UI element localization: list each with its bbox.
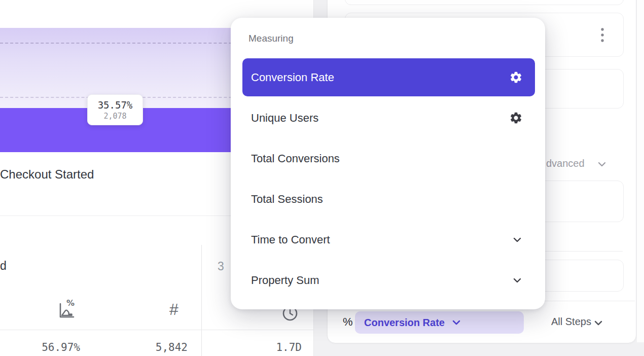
chevron-down-icon: [451, 317, 462, 328]
table-cell-conversion-rate: 56.97%: [19, 341, 80, 353]
kebab-menu-button[interactable]: [597, 24, 607, 46]
chevron-down-icon: [512, 235, 523, 245]
tooltip-count: 2,078: [103, 112, 126, 121]
app-screenshot: 35.57% 2,078 Checkout Started d 3 % #: [0, 0, 644, 356]
menu-item-label: Time to Convert: [251, 233, 512, 246]
tooltip-rate: 35.57%: [98, 99, 133, 111]
dropdown-title: Measuring: [248, 33, 294, 44]
page-margin: [637, 0, 644, 342]
chevron-down-icon: [596, 159, 607, 169]
query-row-card-top: [345, 0, 624, 5]
step2-label-fragment: d: [0, 259, 7, 273]
funnel-tooltip: 35.57% 2,078: [87, 94, 143, 125]
menu-item-property-sum[interactable]: Property Sum: [242, 261, 535, 299]
gear-icon[interactable]: [509, 111, 523, 125]
chevron-down-icon: [592, 317, 604, 329]
measuring-dropdown: Measuring Conversion Rate Unique Users T…: [231, 18, 545, 309]
menu-item-label: Unique Users: [251, 112, 509, 125]
menu-item-time-to-convert[interactable]: Time to Convert: [242, 221, 535, 259]
svg-text:%: %: [66, 298, 75, 308]
step3-number: 3: [218, 260, 224, 273]
table-column-divider: [201, 245, 202, 356]
advanced-toggle[interactable]: dvanced: [546, 158, 585, 169]
gear-icon[interactable]: [509, 70, 523, 84]
number-icon: #: [169, 300, 178, 319]
menu-item-label: Property Sum: [251, 274, 512, 287]
table-header-underline: [0, 330, 313, 330]
table-cell-count: 5,842: [127, 341, 188, 353]
menu-item-total-conversions[interactable]: Total Conversions: [242, 139, 535, 177]
table-cell-time-to-convert: 1.7D: [243, 341, 302, 353]
menu-item-unique-users[interactable]: Unique Users: [242, 99, 535, 137]
conversion-rate-icon: %: [55, 298, 77, 321]
measurement-pill-label: Conversion Rate: [364, 317, 445, 329]
menu-item-conversion-rate[interactable]: Conversion Rate: [242, 58, 535, 96]
measurement-pill-button[interactable]: Conversion Rate: [355, 311, 524, 334]
menu-item-label: Total Conversions: [251, 152, 535, 165]
measurement-prefix: %: [343, 315, 353, 329]
funnel-step-label: Checkout Started: [0, 167, 94, 182]
menu-item-total-sessions[interactable]: Total Sessions: [242, 180, 535, 218]
menu-item-label: Conversion Rate: [251, 71, 509, 84]
all-steps-selector[interactable]: All Steps: [551, 316, 591, 328]
menu-item-label: Total Sessions: [251, 193, 535, 206]
chevron-down-icon: [512, 275, 523, 286]
